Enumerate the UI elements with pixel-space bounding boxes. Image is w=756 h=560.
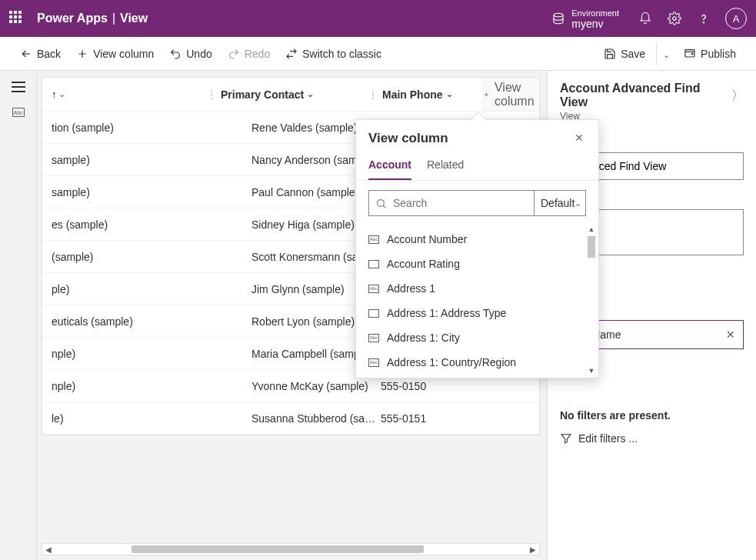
column-option[interactable]: Account Rating [368, 252, 598, 276]
column-option-label: Account Rating [387, 258, 460, 270]
cell-account-name: ple) [42, 283, 207, 295]
environment-label: Environment [571, 8, 619, 18]
column-option[interactable]: AbcAddress 1: Country/Region [368, 350, 598, 375]
flyout-scrollbar[interactable]: ▲ ▼ [586, 225, 597, 378]
svg-point-2 [703, 22, 704, 23]
drag-handle-icon[interactable]: ⋮ [207, 89, 216, 100]
cell-account-name: sample) [42, 154, 207, 166]
flyout-title: View column [368, 131, 448, 146]
cell-account-name: euticals (sample) [42, 315, 207, 328]
text-field-icon[interactable]: Abc [12, 108, 25, 117]
publish-button[interactable]: Publish [676, 43, 744, 65]
close-icon[interactable] [574, 132, 586, 145]
plus-icon [483, 89, 490, 100]
chevron-right-icon[interactable]: 〉 [731, 88, 744, 104]
environment-icon [551, 12, 565, 25]
no-filters-text: No filters are present. [560, 409, 744, 422]
column-option-label: Address 1: Address Type [387, 307, 506, 319]
column-option[interactable]: AbcAddress 1: City [368, 325, 598, 350]
column-option[interactable]: Address 1: Address Type [368, 301, 598, 325]
save-menu-chevron[interactable]: ⌄ [656, 42, 676, 65]
cell-account-name: nple) [42, 348, 207, 360]
filter-icon [560, 432, 572, 445]
cell-main-phone: 555-0151 [381, 412, 495, 425]
column-main-phone[interactable]: ⋮ Main Phone ⌄ [368, 88, 482, 101]
hamburger-icon[interactable] [12, 82, 25, 92]
scrollbar-thumb[interactable] [132, 545, 424, 553]
cell-account-name: le) [42, 412, 207, 425]
environment-picker[interactable]: Environment myenv [551, 8, 619, 29]
svg-point-0 [554, 13, 563, 17]
column-search-input[interactable] [393, 197, 528, 209]
cell-account-name: es (sample) [42, 218, 207, 231]
cell-account-name: tion (sample) [42, 122, 207, 134]
grid-header-row: ↑⌄ ⋮ Primary Contact ⌄ ⋮ Main Phone ⌄ Vi… [42, 78, 539, 112]
field-type-icon [368, 260, 379, 268]
tab-related[interactable]: Related [427, 152, 464, 180]
field-type-icon: Abc [368, 358, 379, 367]
field-type-icon: Abc [368, 285, 379, 293]
scroll-up-arrow[interactable]: ▲ [586, 225, 597, 236]
cell-main-phone: 555-0150 [381, 380, 495, 392]
cell-primary-contact: Yvonne McKay (sample) [251, 380, 381, 392]
publish-icon [684, 48, 696, 60]
field-type-icon [368, 309, 379, 318]
horizontal-scrollbar[interactable]: ◀ ▶ [42, 543, 540, 555]
column-option-label: Address 1 [387, 282, 435, 295]
redo-icon [228, 48, 240, 60]
undo-icon [169, 48, 182, 60]
switch-to-classic-button[interactable]: Switch to classic [278, 43, 389, 65]
scroll-right-arrow[interactable]: ▶ [527, 545, 539, 554]
redo-button: Redo [220, 43, 278, 65]
column-primary-contact[interactable]: ⋮ Primary Contact ⌄ [207, 88, 368, 101]
save-icon [604, 48, 616, 60]
scroll-down-arrow[interactable]: ▼ [586, 367, 597, 378]
cell-account-name: sample) [42, 186, 207, 198]
undo-button[interactable]: Undo [162, 43, 219, 65]
column-option-label: Address 1: City [387, 332, 460, 344]
settings-icon[interactable] [667, 11, 682, 26]
cell-primary-contact: Susanna Stubberod (samp... [251, 412, 381, 425]
arrow-left-icon [20, 48, 32, 60]
field-type-icon: Abc [368, 334, 379, 342]
column-option-label: Address 1: Country/Region [387, 356, 516, 368]
panel-title: Account Advanced Find View [560, 82, 731, 109]
view-column-flyout: View column Account Related Default⌄ Abc… [355, 119, 599, 378]
save-button[interactable]: Save [596, 43, 653, 65]
scrollbar-thumb[interactable] [588, 236, 595, 258]
column-option-label: Account Number [387, 233, 467, 245]
help-icon[interactable] [696, 11, 711, 26]
add-view-column-button[interactable]: View column [68, 43, 162, 65]
search-scope-dropdown[interactable]: Default⌄ [534, 191, 588, 215]
edit-filters-button[interactable]: Edit filters ... [560, 432, 744, 445]
svg-rect-3 [685, 49, 694, 56]
user-avatar[interactable]: A [725, 8, 747, 29]
svg-point-1 [673, 17, 677, 21]
waffle-icon[interactable] [9, 11, 25, 26]
add-column-header[interactable]: View column [482, 78, 539, 111]
column-option[interactable]: AbcAddress 1 [368, 276, 598, 301]
app-header: Power Apps|View Environment myenv A [0, 0, 756, 37]
switch-icon [285, 48, 298, 60]
left-nav-rail: Abc [0, 71, 37, 560]
tab-account[interactable]: Account [368, 152, 411, 180]
cell-account-name: (sample) [42, 251, 207, 263]
plus-icon [76, 48, 88, 60]
search-icon [375, 198, 387, 209]
environment-name: myenv [571, 18, 619, 29]
drag-handle-icon[interactable]: ⋮ [368, 89, 378, 100]
sort-indicator[interactable]: ↑⌄ [42, 88, 81, 100]
command-bar: Back View column Undo Redo Switch to cla… [0, 37, 756, 71]
table-row[interactable]: le)Susanna Stubberod (samp...555-0151 [42, 402, 539, 435]
svg-point-4 [378, 199, 385, 206]
remove-chip-icon[interactable]: ✕ [726, 328, 735, 341]
column-option[interactable]: AbcAccount Number [368, 227, 598, 252]
back-button[interactable]: Back [12, 43, 68, 65]
scroll-left-arrow[interactable]: ◀ [42, 545, 55, 554]
app-title: Power Apps|View [37, 12, 148, 25]
cell-account-name: nple) [42, 380, 207, 392]
notifications-icon[interactable] [638, 11, 653, 26]
field-type-icon: Abc [368, 235, 379, 244]
